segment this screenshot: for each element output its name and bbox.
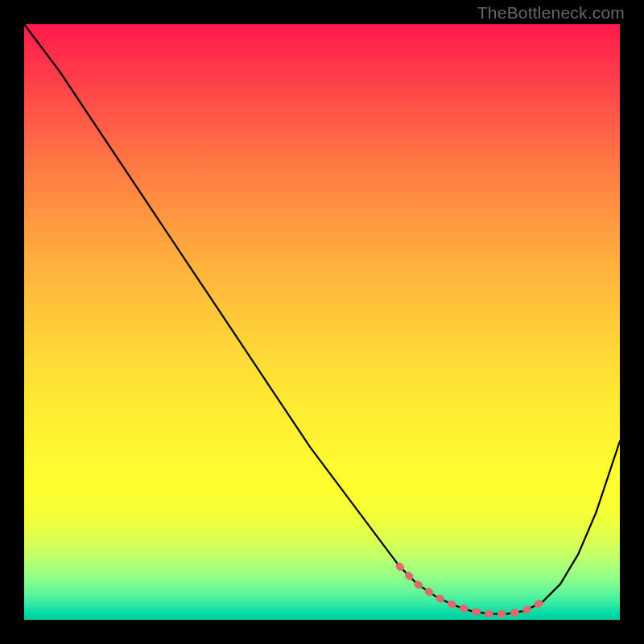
chart-svg — [24, 24, 620, 620]
watermark-text: TheBottleneck.com — [477, 3, 625, 23]
chart-dotted-segment — [399, 566, 543, 613]
chart-curve — [24, 24, 620, 614]
